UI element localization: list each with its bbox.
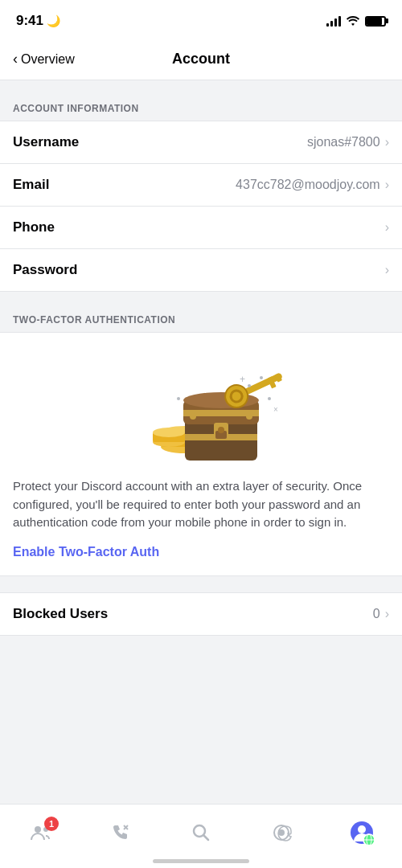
- svg-point-5: [153, 428, 185, 437]
- search-icon: [191, 822, 211, 843]
- password-right: ›: [385, 263, 389, 277]
- status-bar: 9:41 🌙: [0, 0, 402, 39]
- blocked-users-label: Blocked Users: [13, 606, 108, 622]
- nav-item-mentions[interactable]: [261, 817, 302, 849]
- home-indicator: [153, 859, 249, 863]
- svg-point-22: [268, 397, 271, 400]
- password-label: Password: [13, 262, 77, 278]
- tfa-section: TWO-FACTOR AUTHENTICATION: [0, 308, 402, 576]
- username-label: Username: [13, 134, 79, 150]
- account-section-body: Username sjonas#7800 › Email 437cc782@mo…: [0, 121, 402, 292]
- wifi-icon: [346, 14, 360, 28]
- back-chevron-icon: ‹: [13, 51, 18, 68]
- tfa-body: + × Protect your Discord account with an…: [0, 332, 402, 576]
- email-label: Email: [13, 177, 49, 193]
- bottom-nav: 1: [0, 804, 402, 868]
- account-section: ACCOUNT INFORMATION Username sjonas#7800…: [0, 96, 402, 292]
- svg-text:+: +: [240, 374, 245, 385]
- nav-item-profile[interactable]: [342, 817, 382, 849]
- moon-icon: 🌙: [47, 14, 60, 27]
- blocked-users-right: 0 ›: [373, 607, 389, 621]
- signal-icon: [326, 15, 341, 27]
- tfa-illustration: + ×: [13, 352, 389, 465]
- username-row[interactable]: Username sjonas#7800 ›: [0, 121, 402, 164]
- email-chevron-icon: ›: [385, 178, 389, 192]
- email-value: 437cc782@moodjoy.com: [236, 178, 380, 192]
- nav-header: ‹ Overview Account: [0, 39, 402, 80]
- friends-badge: 1: [44, 817, 59, 831]
- svg-point-21: [248, 384, 251, 387]
- username-right: sjonas#7800 ›: [307, 135, 389, 149]
- blocked-section: Blocked Users 0 ›: [0, 592, 402, 636]
- mentions-icon: [271, 822, 292, 843]
- phone-label: Phone: [13, 219, 55, 235]
- svg-point-14: [190, 413, 196, 420]
- svg-point-36: [358, 825, 366, 833]
- phone-chevron-icon: ›: [385, 220, 389, 235]
- blocked-users-chevron-icon: ›: [385, 607, 389, 621]
- tfa-section-header: TWO-FACTOR AUTHENTICATION: [0, 308, 402, 332]
- enable-tfa-button[interactable]: Enable Two-Factor Auth: [13, 545, 159, 559]
- svg-point-13: [218, 427, 224, 433]
- page-title: Account: [172, 51, 230, 68]
- phone-row[interactable]: Phone ›: [0, 207, 402, 249]
- back-label: Overview: [21, 52, 75, 67]
- svg-point-27: [35, 826, 41, 833]
- status-icons: [326, 14, 386, 28]
- content: ACCOUNT INFORMATION Username sjonas#7800…: [0, 96, 402, 700]
- profile-icon: [350, 821, 374, 845]
- nav-item-calls[interactable]: [100, 817, 141, 849]
- account-section-header: ACCOUNT INFORMATION: [0, 96, 402, 121]
- svg-point-23: [260, 376, 263, 379]
- svg-text:×: ×: [273, 405, 278, 414]
- password-chevron-icon: ›: [385, 263, 389, 277]
- blocked-section-body: Blocked Users 0 ›: [0, 592, 402, 636]
- username-value: sjonas#7800: [307, 135, 380, 149]
- phone-right: ›: [385, 220, 389, 235]
- nav-item-friends[interactable]: 1: [20, 817, 60, 849]
- password-row[interactable]: Password ›: [0, 249, 402, 291]
- nav-item-search[interactable]: [181, 817, 221, 849]
- svg-point-15: [246, 413, 252, 420]
- tfa-description: Protect your Discord account with an ext…: [13, 477, 389, 532]
- svg-line-32: [204, 835, 209, 840]
- email-row[interactable]: Email 437cc782@moodjoy.com ›: [0, 164, 402, 207]
- back-button[interactable]: ‹ Overview: [13, 51, 75, 68]
- calls-icon: [110, 822, 131, 843]
- blocked-users-row[interactable]: Blocked Users 0 ›: [0, 593, 402, 635]
- email-right: 437cc782@moodjoy.com ›: [236, 178, 389, 192]
- username-chevron-icon: ›: [385, 135, 389, 149]
- status-time: 9:41: [16, 13, 43, 29]
- svg-point-26: [177, 397, 180, 400]
- battery-icon: [365, 16, 386, 27]
- treasure-chest-icon: + ×: [113, 352, 289, 465]
- blocked-users-value: 0: [373, 607, 380, 621]
